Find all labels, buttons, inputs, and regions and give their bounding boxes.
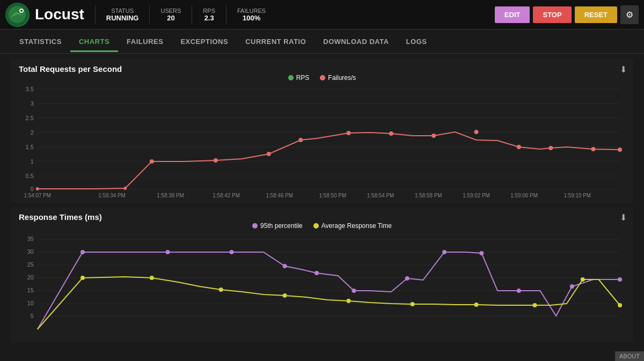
header-buttons: EDIT STOP RESET ⚙ <box>495 5 639 24</box>
svg-point-66 <box>442 250 447 254</box>
svg-text:10: 10 <box>27 300 34 306</box>
svg-text:1:58:54 PM: 1:58:54 PM <box>367 193 394 197</box>
svg-point-24 <box>347 131 351 135</box>
users-block: USERS 20 <box>149 5 192 24</box>
logo-icon <box>5 3 30 27</box>
rps-value: 2.3 <box>204 14 214 22</box>
nav-statistics[interactable]: STATISTICS <box>11 31 70 52</box>
svg-text:1:58:58 PM: 1:58:58 PM <box>415 193 442 197</box>
svg-point-76 <box>411 302 415 306</box>
avg-response-legend-label: Average Response Time <box>321 222 392 230</box>
svg-point-60 <box>166 250 170 254</box>
svg-point-29 <box>548 146 553 150</box>
svg-text:3: 3 <box>31 100 34 107</box>
svg-text:1:58:46 PM: 1:58:46 PM <box>266 193 293 197</box>
failures-legend-dot <box>320 75 325 80</box>
nav-logs[interactable]: LOGS <box>398 31 436 52</box>
percentile-legend-dot <box>252 223 258 229</box>
svg-point-73 <box>219 288 223 292</box>
svg-point-30 <box>591 147 596 151</box>
svg-point-68 <box>517 289 521 293</box>
about-badge[interactable]: ABOUT <box>615 351 644 361</box>
nav-failures[interactable]: FAILURES <box>118 31 172 52</box>
svg-point-69 <box>570 284 574 289</box>
svg-text:1:59:06 PM: 1:59:06 PM <box>510 193 538 197</box>
svg-point-63 <box>314 271 319 275</box>
svg-point-80 <box>618 303 622 307</box>
rps-chart-wrapper: 3.5 3 2.5 2 1.5 1 0.5 0 <box>19 85 625 197</box>
svg-text:25: 25 <box>27 261 34 268</box>
svg-point-79 <box>581 277 585 282</box>
users-value: 20 <box>167 14 174 22</box>
failures-label: FAILURES <box>237 8 266 14</box>
svg-point-70 <box>618 277 622 282</box>
svg-text:1: 1 <box>31 158 34 165</box>
percentile-legend-label: 95th percentile <box>260 222 303 230</box>
failures-legend-label: Failures/s <box>328 74 356 82</box>
status-label: STATUS <box>111 8 134 14</box>
rps-chart-svg: 3.5 3 2.5 2 1.5 1 0.5 0 <box>19 85 625 197</box>
failures-value: 100% <box>243 14 260 22</box>
reset-button[interactable]: RESET <box>575 6 617 23</box>
percentile-legend-item: 95th percentile <box>252 222 303 230</box>
svg-point-75 <box>347 299 351 303</box>
svg-text:2.5: 2.5 <box>26 115 34 121</box>
svg-point-71 <box>80 276 85 280</box>
svg-point-72 <box>150 276 154 280</box>
rps-chart-container: Total Requests per Second ⬇ RPS Failures… <box>11 59 633 203</box>
svg-point-74 <box>283 293 287 298</box>
svg-point-3 <box>20 10 23 12</box>
svg-text:15: 15 <box>27 287 34 293</box>
rps-download-button[interactable]: ⬇ <box>620 64 627 75</box>
svg-point-27 <box>474 130 478 134</box>
svg-text:2: 2 <box>31 129 34 136</box>
svg-text:1:58:42 PM: 1:58:42 PM <box>213 193 240 197</box>
svg-point-64 <box>352 289 356 293</box>
svg-text:1:58:50 PM: 1:58:50 PM <box>319 193 347 197</box>
svg-point-59 <box>80 250 85 254</box>
svg-text:0.5: 0.5 <box>26 173 34 179</box>
rps-legend-label: RPS <box>296 74 310 82</box>
settings-button[interactable]: ⚙ <box>620 5 639 24</box>
response-chart-svg: 35 30 25 20 15 10 5 <box>19 233 625 337</box>
svg-text:1:59:10 PM: 1:59:10 PM <box>564 193 591 197</box>
svg-text:1.5: 1.5 <box>26 144 34 150</box>
svg-text:20: 20 <box>27 274 34 281</box>
svg-text:3.5: 3.5 <box>26 86 34 92</box>
status-block: STATUS RUNNING <box>95 5 150 24</box>
svg-text:1:58:38 PM: 1:58:38 PM <box>157 193 184 197</box>
edit-button[interactable]: EDIT <box>495 6 530 23</box>
header-stats: STATUS RUNNING USERS 20 RPS 2.3 FAILURES… <box>95 5 495 24</box>
nav-download-data[interactable]: DOWNLOAD DATA <box>314 31 397 52</box>
svg-point-21 <box>214 158 218 163</box>
logo-area: Locust <box>5 3 84 27</box>
svg-point-77 <box>474 303 478 307</box>
failures-block: FAILURES 100% <box>226 5 276 24</box>
header: Locust STATUS RUNNING USERS 20 RPS 2.3 F… <box>0 0 644 30</box>
svg-point-28 <box>517 145 521 149</box>
rps-chart-legend: RPS Failures/s <box>19 74 625 82</box>
svg-point-20 <box>150 159 154 164</box>
nav-current-ratio[interactable]: CURRENT RATIO <box>237 31 314 52</box>
rps-block: RPS 2.3 <box>192 5 226 24</box>
svg-text:1:59:02 PM: 1:59:02 PM <box>463 193 490 197</box>
charts-area: Total Requests per Second ⬇ RPS Failures… <box>0 54 644 350</box>
svg-point-26 <box>431 134 436 138</box>
svg-text:1:54:07 PM: 1:54:07 PM <box>24 193 51 197</box>
response-chart-container: Response Times (ms) ⬇ 95th percentile Av… <box>11 207 633 343</box>
rps-legend-dot <box>288 75 294 80</box>
nav-charts[interactable]: CHARTS <box>70 31 118 52</box>
stop-button[interactable]: STOP <box>533 6 571 23</box>
svg-point-31 <box>618 148 622 152</box>
svg-point-23 <box>298 138 303 142</box>
svg-point-32 <box>36 187 39 190</box>
svg-point-67 <box>479 251 484 255</box>
svg-text:1:58:34 PM: 1:58:34 PM <box>98 193 126 197</box>
response-chart-title: Response Times (ms) <box>19 212 102 222</box>
response-download-button[interactable]: ⬇ <box>620 212 627 223</box>
response-chart-wrapper: 35 30 25 20 15 10 5 <box>19 233 625 337</box>
nav-exceptions[interactable]: EXCEPTIONS <box>172 31 237 52</box>
rps-label: RPS <box>203 8 215 14</box>
svg-point-62 <box>283 264 287 268</box>
svg-point-61 <box>230 250 234 254</box>
